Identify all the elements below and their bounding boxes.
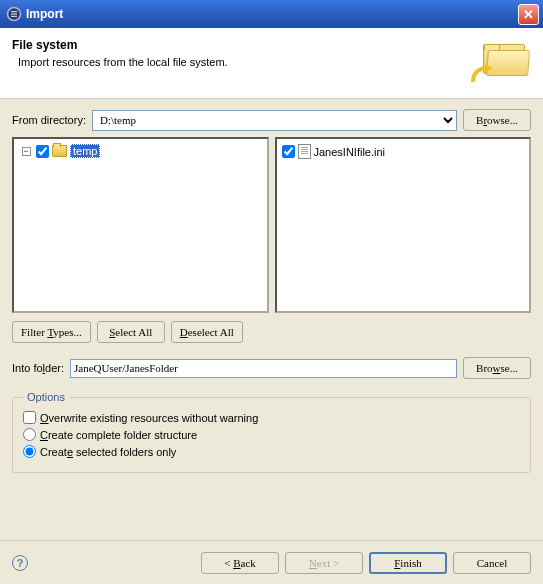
wizard-header: File system Import resources from the lo… [0,28,543,99]
finish-button[interactable]: Finish [369,552,447,574]
overwrite-label: Overwrite existing resources without war… [40,412,258,424]
svg-rect-1 [11,11,17,12]
overwrite-checkbox[interactable] [23,411,36,424]
import-folder-icon [471,38,531,86]
filter-types-button[interactable]: Filter Types... [12,321,91,343]
into-folder-input[interactable] [70,359,457,378]
browse-dest-button[interactable]: Browse... [463,357,531,379]
help-icon[interactable]: ? [12,555,28,571]
create-complete-radio[interactable] [23,428,36,441]
page-heading: File system [12,38,471,52]
collapse-icon[interactable]: − [22,147,31,156]
svg-rect-3 [11,16,17,17]
options-legend: Options [23,391,69,403]
tree-item[interactable]: − temp [18,143,263,159]
window-title: Import [26,7,63,21]
svg-rect-2 [11,13,17,14]
deselect-all-button[interactable]: Deselect All [171,321,243,343]
create-selected-label: Create selected folders only [40,446,176,458]
create-complete-label: Create complete folder structure [40,429,197,441]
select-all-button[interactable]: Select All [97,321,165,343]
cancel-button[interactable]: Cancel [453,552,531,574]
folder-tree-pane[interactable]: − temp [12,137,269,313]
create-selected-radio[interactable] [23,445,36,458]
button-bar: ? < Back Next > Finish Cancel [0,540,543,584]
folder-icon [52,145,67,157]
tree-item-label[interactable]: temp [70,144,100,158]
into-folder-label: Into folder: [12,362,64,374]
from-directory-combo[interactable]: D:\temp [92,110,457,131]
app-icon [6,6,22,22]
next-button: Next > [285,552,363,574]
close-button[interactable]: ✕ [518,4,539,25]
from-directory-label: From directory: [12,114,86,126]
page-description: Import resources from the local file sys… [18,56,471,68]
options-group: Options Overwrite existing resources wit… [12,391,531,473]
file-icon [298,144,311,159]
file-checkbox[interactable] [282,145,295,158]
file-item-label: JanesINIfile.ini [314,146,386,158]
browse-source-button[interactable]: Browse... [463,109,531,131]
file-item[interactable]: JanesINIfile.ini [281,143,526,160]
tree-checkbox[interactable] [36,145,49,158]
title-bar: Import ✕ [0,0,543,28]
file-list-pane[interactable]: JanesINIfile.ini [275,137,532,313]
back-button[interactable]: < Back [201,552,279,574]
